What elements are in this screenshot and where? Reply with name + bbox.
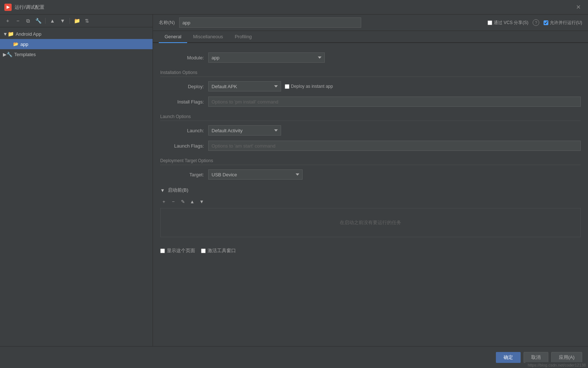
name-label: 名称(N) <box>159 19 175 26</box>
activate-tool-window-checkbox-label[interactable]: 激活工具窗口 <box>201 247 236 254</box>
show-page-label: 显示这个页面 <box>167 247 195 254</box>
deployment-target-label: Deployment Target Options <box>160 158 581 165</box>
android-app-label: Android App <box>16 31 42 37</box>
bottom-checkboxes: 显示这个页面 激活工具窗口 <box>160 244 581 255</box>
instant-app-checkbox[interactable] <box>285 84 289 89</box>
apply-button[interactable]: 应用(A) <box>551 352 582 363</box>
left-panel: + − ⧉ 🔧 ▲ ▼ 📁 ⇅ ▼ 📁 Android App 📂 app <box>0 15 153 346</box>
module-select[interactable]: app <box>208 52 325 63</box>
installation-options-section: Installation Options Deploy: Default APK… <box>160 70 581 107</box>
bl-remove-button[interactable]: − <box>170 198 177 205</box>
target-select[interactable]: USB Device Open Select Deployment Target… <box>208 169 303 180</box>
move-up-button[interactable]: ▲ <box>48 17 56 25</box>
install-flags-input[interactable] <box>208 97 581 107</box>
right-panel: 名称(N) 通过 VCS 分享(S) ? 允许并行运行(U) General M… <box>153 15 588 346</box>
parallel-run-label: 允许并行运行(U) <box>550 20 582 26</box>
android-app-arrow: ▼ <box>3 31 8 37</box>
module-control: app <box>208 52 581 63</box>
separator-2 <box>70 18 70 24</box>
tabs-bar: General Miscellaneous Profiling <box>153 31 588 43</box>
wrench-button[interactable]: 🔧 <box>34 17 42 25</box>
bl-add-button[interactable]: + <box>160 198 167 205</box>
separator-1 <box>45 18 46 24</box>
before-launch-header[interactable]: ▼ 启动前(B) <box>160 187 581 193</box>
target-label: Target: <box>160 172 204 177</box>
install-flags-control <box>208 97 581 107</box>
installation-options-label: Installation Options <box>160 70 581 77</box>
launch-flags-input[interactable] <box>208 141 581 151</box>
cancel-button[interactable]: 取消 <box>524 352 548 363</box>
title-bar: ▶ 运行/调试配置 ✕ <box>0 0 588 15</box>
sort-button[interactable]: ⇅ <box>83 17 91 25</box>
before-launch-empty: 在启动之前没有要运行的任务 <box>160 208 581 237</box>
launch-flags-label: Launch Flags: <box>160 143 204 149</box>
tab-general[interactable]: General <box>159 31 187 43</box>
show-page-checkbox[interactable] <box>160 248 165 253</box>
module-row: Module: app <box>160 52 581 63</box>
launch-row: Launch: Default Activity Specified Activ… <box>160 125 581 136</box>
templates-label: Templates <box>14 52 36 57</box>
deploy-row: Deploy: Default APK APK from app bundle … <box>160 81 581 91</box>
deploy-control: Default APK APK from app bundle Nothing … <box>208 81 581 91</box>
vcs-share-label: 通过 VCS 分享(S) <box>494 20 528 26</box>
install-flags-row: Install Flags: <box>160 97 581 107</box>
content-area: Module: app Installation Options Deploy:… <box>153 43 588 346</box>
right-options: 通过 VCS 分享(S) ? 允许并行运行(U) <box>488 19 582 26</box>
name-input[interactable] <box>179 17 361 28</box>
show-page-checkbox-label[interactable]: 显示这个页面 <box>160 247 195 254</box>
templates-icon: 🔧 <box>7 52 12 57</box>
before-launch-label: 启动前(B) <box>168 187 188 193</box>
deploy-label: Deploy: <box>160 84 204 89</box>
launch-label: Launch: <box>160 128 204 133</box>
before-launch-empty-text: 在启动之前没有要运行的任务 <box>340 219 401 226</box>
launch-select[interactable]: Default Activity Specified Activity Noth… <box>208 125 281 136</box>
app-config-item[interactable]: 📂 app <box>0 39 153 49</box>
activate-tool-window-label: 激活工具窗口 <box>208 247 236 254</box>
confirm-button[interactable]: 确定 <box>496 352 521 363</box>
templates-group[interactable]: ▶ 🔧 Templates <box>0 49 153 59</box>
launch-options-label: Launch Options <box>160 114 581 121</box>
app-item-label: app <box>20 42 28 47</box>
left-toolbar: + − ⧉ 🔧 ▲ ▼ 📁 ⇅ <box>0 15 153 27</box>
module-label: Module: <box>160 55 204 60</box>
vcs-share-checkbox-label[interactable]: 通过 VCS 分享(S) <box>488 20 528 26</box>
launch-options-section: Launch Options Launch: Default Activity … <box>160 114 581 151</box>
android-app-folder-icon: 📁 <box>8 31 14 37</box>
folder-button[interactable]: 📁 <box>73 17 81 25</box>
url-bar: https://blog.csdn.net/coder12138 <box>525 362 588 368</box>
tab-profiling[interactable]: Profiling <box>229 31 258 43</box>
app-icon: ▶ <box>4 4 12 11</box>
move-down-button[interactable]: ▼ <box>59 17 67 25</box>
copy-config-button[interactable]: ⧉ <box>24 17 32 25</box>
close-button[interactable]: ✕ <box>573 2 584 12</box>
add-config-button[interactable]: + <box>4 17 12 25</box>
vcs-share-checkbox[interactable] <box>488 20 492 25</box>
activate-tool-window-checkbox[interactable] <box>201 248 206 253</box>
tab-miscellaneous[interactable]: Miscellaneous <box>187 31 229 43</box>
instant-app-label: Deploy as instant app <box>291 84 333 89</box>
target-control: USB Device Open Select Deployment Target… <box>208 169 581 180</box>
main-layout: + − ⧉ 🔧 ▲ ▼ 📁 ⇅ ▼ 📁 Android App 📂 app <box>0 15 588 346</box>
bl-up-button[interactable]: ▲ <box>189 198 196 205</box>
help-button[interactable]: ? <box>533 19 539 26</box>
target-row: Target: USB Device Open Select Deploymen… <box>160 169 581 180</box>
instant-app-checkbox-label[interactable]: Deploy as instant app <box>285 84 333 89</box>
launch-flags-row: Launch Flags: <box>160 141 581 151</box>
right-top-bar: 名称(N) 通过 VCS 分享(S) ? 允许并行运行(U) <box>153 15 588 31</box>
launch-flags-control <box>208 141 581 151</box>
deployment-target-section: Deployment Target Options Target: USB De… <box>160 158 581 180</box>
android-app-group[interactable]: ▼ 📁 Android App <box>0 29 153 39</box>
before-launch-toolbar: + − ✎ ▲ ▼ <box>160 196 581 207</box>
config-tree: ▼ 📁 Android App 📂 app ▶ 🔧 Templates <box>0 27 153 61</box>
footer: 确定 取消 应用(A) <box>0 346 588 368</box>
deploy-select[interactable]: Default APK APK from app bundle Nothing <box>208 81 281 91</box>
parallel-run-checkbox-label[interactable]: 允许并行运行(U) <box>544 20 582 26</box>
parallel-run-checkbox[interactable] <box>544 20 548 25</box>
templates-arrow: ▶ <box>3 52 7 57</box>
install-flags-label: Install Flags: <box>160 99 204 105</box>
remove-config-button[interactable]: − <box>14 17 22 25</box>
bl-edit-button[interactable]: ✎ <box>179 198 186 205</box>
title-text: 运行/调试配置 <box>15 4 44 11</box>
launch-control: Default Activity Specified Activity Noth… <box>208 125 581 136</box>
bl-down-button[interactable]: ▼ <box>198 198 205 205</box>
